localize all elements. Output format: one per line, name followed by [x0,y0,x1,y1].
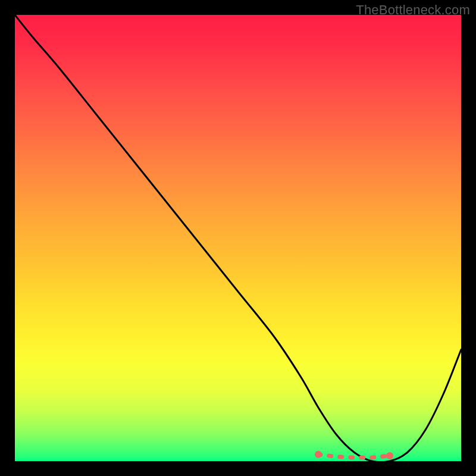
chart-plot-area [15,15,461,461]
watermark-text: TheBottleneck.com [356,2,470,18]
chart-svg [15,15,461,461]
optimal-range-dot [386,452,393,459]
optimal-range-dot [315,451,322,458]
optimal-range-dash [318,455,390,458]
bottleneck-curve-line [15,15,461,462]
